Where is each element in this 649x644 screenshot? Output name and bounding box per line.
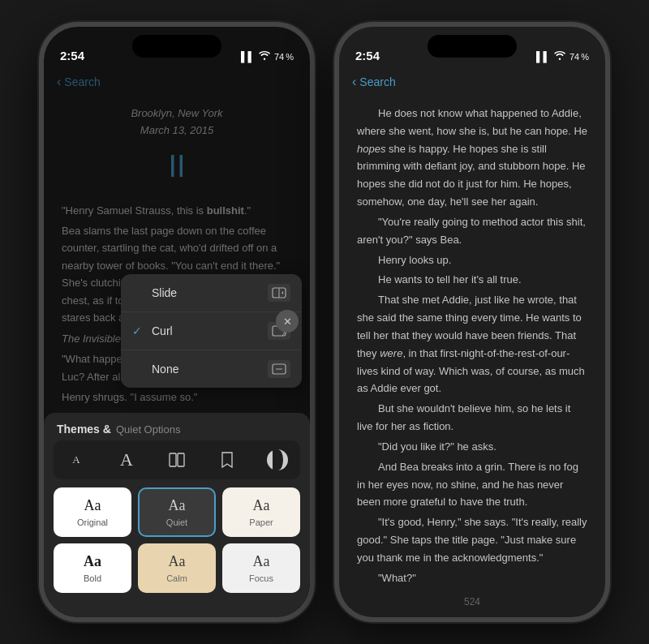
- right-wifi-icon: [554, 51, 565, 62]
- layout-button[interactable]: [162, 447, 191, 473]
- right-battery-unit: %: [581, 52, 589, 62]
- svg-rect-5: [170, 453, 176, 466]
- theme-label-original: Original: [77, 517, 108, 527]
- theme-grid: Aa Original Aa Quiet Aa Paper Aa Bold Aa: [54, 487, 300, 593]
- close-button[interactable]: ✕: [276, 310, 299, 333]
- right-back-button[interactable]: ‹ Search: [352, 75, 396, 89]
- theme-focus[interactable]: Aa Focus: [222, 543, 300, 593]
- right-para-2: "You're really going to method actor thi…: [357, 213, 587, 249]
- theme-aa-quiet: Aa: [169, 497, 186, 514]
- none-label: None: [152, 363, 178, 376]
- right-para-11: "My thesis. Remember? I wanted to do it …: [357, 590, 587, 593]
- right-status-time: 2:54: [355, 49, 380, 62]
- theme-aa-bold: Aa: [84, 553, 101, 570]
- slide-label: Slide: [152, 286, 177, 299]
- right-status-icons: ▌▌ 74 %: [536, 51, 589, 62]
- theme-label-focus: Focus: [249, 573, 273, 583]
- slide-icon: [268, 284, 290, 302]
- theme-aa-focus: Aa: [253, 553, 270, 570]
- theme-label-calm: Calm: [166, 573, 187, 583]
- right-volume-up-button[interactable]: [334, 124, 337, 150]
- right-reading-content: He does not know what happened to Addie,…: [339, 97, 605, 593]
- curl-label: Curl: [152, 324, 173, 337]
- right-battery-level: 74: [569, 52, 579, 62]
- volume-up-button[interactable]: [39, 124, 42, 150]
- battery-level: 74: [274, 52, 284, 62]
- right-nav-bar: ‹ Search: [339, 67, 605, 97]
- silent-switch[interactable]: [39, 197, 42, 223]
- page-turn-menu: Slide ✓ Curl: [121, 274, 302, 388]
- right-silent-switch[interactable]: [334, 197, 337, 223]
- theme-label-bold: Bold: [84, 573, 101, 583]
- right-para-4: He wants to tell her it's all true.: [357, 271, 587, 289]
- wifi-icon: [259, 51, 270, 62]
- right-battery-icon: 74 %: [569, 52, 589, 62]
- right-para-8: And Bea breaks into a grin. There is no …: [357, 458, 587, 511]
- signal-icon: ▌▌: [241, 51, 255, 62]
- right-para-7: "Did you like it?" he asks.: [357, 438, 587, 456]
- themes-subtitle: Quiet Options: [116, 423, 181, 436]
- right-para-3: Henry looks up.: [357, 251, 587, 269]
- themes-title: Themes &: [57, 423, 111, 436]
- right-phone: 2:54 ▌▌ 74 % ‹ Search: [334, 22, 610, 622]
- status-icons: ▌▌ 74 %: [241, 51, 294, 62]
- check-icon-curl: ✓: [132, 324, 145, 337]
- dynamic-island: [132, 35, 221, 58]
- right-para-6: But she wouldn't believe him, so he lets…: [357, 400, 587, 436]
- theme-circle-button[interactable]: [263, 447, 292, 473]
- theme-aa-paper: Aa: [253, 497, 270, 514]
- volume-down-button[interactable]: [39, 161, 42, 187]
- menu-item-curl[interactable]: ✓ Curl: [121, 312, 302, 350]
- right-dynamic-island: [428, 35, 517, 58]
- theme-bold[interactable]: Aa Bold: [54, 543, 131, 593]
- toolbar-row: A A: [54, 440, 300, 479]
- theme-quiet[interactable]: Aa Quiet: [138, 487, 216, 537]
- theme-calm[interactable]: Aa Calm: [138, 543, 216, 593]
- theme-paper[interactable]: Aa Paper: [222, 487, 300, 537]
- right-para-5: That she met Addie, just like he wrote, …: [357, 291, 587, 397]
- right-back-label: Search: [359, 75, 395, 88]
- power-button[interactable]: [312, 161, 315, 209]
- menu-item-none[interactable]: None: [121, 350, 302, 388]
- right-para-1: He does not know what happened to Addie,…: [357, 105, 587, 211]
- theme-aa-calm: Aa: [169, 553, 186, 570]
- bookmark-button[interactable]: [213, 447, 242, 473]
- font-large-label: A: [120, 449, 133, 470]
- none-icon: [268, 360, 290, 378]
- theme-label-paper: Paper: [249, 517, 273, 527]
- battery-icon: 74 %: [274, 52, 294, 62]
- svg-rect-6: [178, 453, 184, 466]
- themes-panel: Themes & Quiet Options A A: [44, 413, 310, 617]
- menu-item-slide[interactable]: Slide: [121, 274, 302, 312]
- right-signal-icon: ▌▌: [536, 51, 550, 62]
- right-para-9: "It's good, Henry," she says. "It's real…: [357, 513, 587, 566]
- right-chevron-left-icon: ‹: [352, 75, 356, 89]
- left-screen: 2:54 ▌▌ 74 % ‹ Search: [44, 27, 310, 617]
- font-small-label: A: [72, 453, 80, 466]
- battery-unit: %: [286, 52, 294, 62]
- right-para-10: "What?": [357, 569, 587, 587]
- left-phone: 2:54 ▌▌ 74 % ‹ Search: [39, 22, 315, 622]
- status-time: 2:54: [60, 49, 84, 62]
- theme-original[interactable]: Aa Original: [54, 487, 131, 537]
- theme-label-quiet: Quiet: [166, 517, 187, 527]
- theme-aa-original: Aa: [84, 497, 101, 514]
- right-screen: 2:54 ▌▌ 74 % ‹ Search: [339, 27, 605, 617]
- right-power-button[interactable]: [607, 161, 610, 209]
- page-number: 524: [464, 596, 480, 608]
- font-large-button[interactable]: A: [112, 447, 141, 473]
- themes-header: Themes & Quiet Options: [54, 423, 300, 436]
- right-volume-down-button[interactable]: [334, 161, 337, 187]
- font-small-button[interactable]: A: [62, 447, 91, 473]
